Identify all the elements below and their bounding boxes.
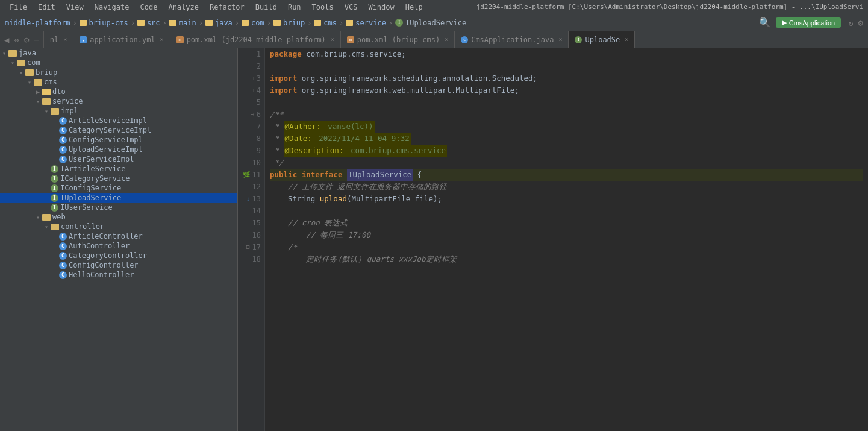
menu-view[interactable]: View: [61, 2, 89, 13]
tree-service[interactable]: ▾ service: [0, 96, 237, 106]
tree-briup[interactable]: ▾ briup: [0, 68, 237, 77]
tree-upload-service-impl[interactable]: ▶ C UploadServiceImpl: [0, 145, 237, 154]
tab-next-icon[interactable]: ⇔: [12, 34, 20, 46]
breadcrumb-briup[interactable]: briup: [283, 19, 305, 27]
fold-icon-3[interactable]: ⊟: [251, 72, 254, 84]
tab-nl-label: nl: [50, 36, 58, 44]
breadcrumb-project[interactable]: middle-platform: [5, 19, 70, 27]
menu-tools[interactable]: Tools: [307, 2, 339, 13]
breadcrumb-com[interactable]: com: [251, 19, 264, 27]
code-line-11: public interface IUploadService {: [270, 169, 863, 181]
tab-nl-close[interactable]: ×: [63, 36, 67, 43]
tab-pom-main-close[interactable]: ×: [331, 36, 334, 43]
tree-iuser-service[interactable]: ▶ I IUserService: [0, 203, 237, 212]
breadcrumb-src[interactable]: src: [147, 19, 160, 27]
breadcrumb-file[interactable]: IUploadService: [405, 19, 466, 27]
fold-icon-4[interactable]: ⊟: [251, 84, 254, 96]
tree-dto[interactable]: ▶ dto: [0, 87, 237, 96]
tree-web-label: web: [52, 213, 66, 221]
menu-window[interactable]: Window: [363, 2, 399, 13]
menu-edit[interactable]: Edit: [33, 2, 60, 13]
tree-config-impl-label: ConfigServiceImpl: [69, 136, 143, 144]
tab-cms-application[interactable]: c CmsApplication.java ×: [455, 31, 569, 48]
tree-config-controller[interactable]: ▶ C ConfigController: [0, 260, 237, 270]
tree-article-controller[interactable]: ▶ C ArticleController: [0, 231, 237, 241]
code-line-3: import org.springframework.scheduling.an…: [270, 72, 863, 84]
annotation-auther-val: vanse(lc)): [322, 121, 375, 133]
editor-area: 1 2 ⊟ 3 ⊟ 4 5 ⊟ 6 7 8 9 10: [238, 48, 868, 431]
tree-hello-controller[interactable]: ▶ C HelloController: [0, 270, 237, 280]
code-line-9: * @Description: com.briup.cms.service: [270, 145, 863, 157]
line-num-4: ⊟ 4: [242, 84, 261, 96]
folder-icon-briup: [273, 20, 281, 26]
tree-icategory-service[interactable]: ▶ I ICategoryService: [0, 174, 237, 183]
tab-controls: ◀ ⇔ ⚙ −: [0, 31, 44, 48]
tree-com[interactable]: ▾ com: [0, 58, 237, 68]
menu-bar: File Edit View Navigate Code Analyze Ref…: [0, 0, 868, 14]
fold-icon-17[interactable]: ⊟: [246, 241, 250, 253]
menu-refactor[interactable]: Refactor: [205, 2, 249, 13]
interface-icon-1: I: [51, 165, 58, 173]
tree-cms[interactable]: ▾ cms: [0, 77, 237, 87]
menu-analyze[interactable]: Analyze: [163, 2, 204, 13]
tree-icategory-label: ICategoryService: [60, 174, 130, 183]
tree-impl[interactable]: ▾ impl: [0, 106, 237, 116]
breadcrumb-briup-cms[interactable]: briup-cms: [89, 19, 128, 27]
main-layout: ▾ java ▾ com ▾ briup ▾ cms ▶: [0, 48, 868, 431]
tree-iarticle-service[interactable]: ▶ I IArticleService: [0, 164, 237, 174]
breadcrumb-java[interactable]: java: [215, 19, 233, 27]
menu-vcs[interactable]: VCS: [340, 2, 363, 13]
tab-application-yml[interactable]: y application.yml ×: [73, 31, 170, 48]
tree-category-service-impl[interactable]: ▶ C CategoryServiceImpl: [0, 125, 237, 135]
folder-icon-java: [205, 20, 213, 26]
tree-java[interactable]: ▾ java: [0, 48, 237, 58]
tab-minus-icon[interactable]: −: [32, 34, 40, 46]
run-gutter-icon[interactable]: 🌿: [243, 169, 250, 181]
tree-category-controller[interactable]: ▶ C CategoryController: [0, 251, 237, 260]
breadcrumb-service[interactable]: service: [355, 19, 386, 27]
tree-article-service-impl[interactable]: ▶ C ArticleServiceImpl: [0, 116, 237, 125]
menu-build[interactable]: Build: [251, 2, 282, 13]
tree-user-service-impl[interactable]: ▶ C UserServiceImpl: [0, 154, 237, 164]
code-line-15: // cron 表达式: [270, 217, 863, 229]
refresh-icon[interactable]: ↻: [848, 18, 853, 28]
tree-auth-controller[interactable]: ▶ C AuthController: [0, 241, 237, 251]
tree-cms-label: cms: [44, 78, 57, 86]
tree-config-ctrl-label: ConfigController: [69, 261, 139, 269]
tab-pom-briup[interactable]: m pom.xml (briup-cms) ×: [341, 31, 455, 48]
breadcrumb-cms[interactable]: cms: [323, 19, 337, 27]
line-num-9: 9: [242, 145, 261, 157]
interface-name-highlight: IUploadService: [347, 169, 413, 181]
search-icon[interactable]: 🔍: [759, 17, 771, 28]
tree-impl-label: impl: [61, 107, 78, 115]
menu-code[interactable]: Code: [136, 2, 163, 13]
folder-icon-com: [242, 20, 249, 26]
tab-pom-briup-close[interactable]: ×: [445, 36, 448, 43]
breadcrumb-main[interactable]: main: [179, 19, 196, 27]
tab-pom-main[interactable]: m pom.xml (jd2204-middle-platform) ×: [170, 31, 341, 48]
tree-upload-impl-label: UploadServiceImpl: [69, 145, 143, 154]
tree-iupload-label: IUploadService: [60, 193, 121, 202]
tree-config-service-impl[interactable]: ▶ C ConfigServiceImpl: [0, 135, 237, 145]
menu-help[interactable]: Help: [401, 2, 428, 13]
tree-controller[interactable]: ▾ controller: [0, 222, 237, 231]
tab-upload-service[interactable]: I UploadSe ×: [569, 31, 635, 48]
tab-cms-app-close[interactable]: ×: [558, 36, 562, 43]
tab-nl[interactable]: nl ×: [44, 31, 73, 48]
tab-prev-icon[interactable]: ◀: [2, 34, 11, 46]
tree-iupload-service[interactable]: ▶ I IUploadService: [0, 193, 237, 203]
tab-gear-icon[interactable]: ⚙: [22, 34, 31, 46]
tree-iconfig-service[interactable]: ▶ I IConfigService: [0, 183, 237, 193]
run-button[interactable]: ▶ CmsApplication: [776, 17, 841, 28]
app-run-icon: ▶: [782, 19, 787, 27]
tab-yml-close[interactable]: ×: [160, 36, 164, 43]
menu-run[interactable]: Run: [283, 2, 306, 13]
menu-file[interactable]: File: [5, 2, 32, 13]
tab-upload-service-close[interactable]: ×: [625, 36, 628, 43]
fold-icon-6[interactable]: ⊟: [251, 109, 254, 121]
class-icon-8: C: [59, 252, 67, 260]
settings-icon[interactable]: ⚙: [858, 18, 863, 28]
tree-web[interactable]: ▾ web: [0, 212, 237, 222]
menu-navigate[interactable]: Navigate: [90, 2, 134, 13]
tree-dto-label: dto: [52, 87, 66, 96]
